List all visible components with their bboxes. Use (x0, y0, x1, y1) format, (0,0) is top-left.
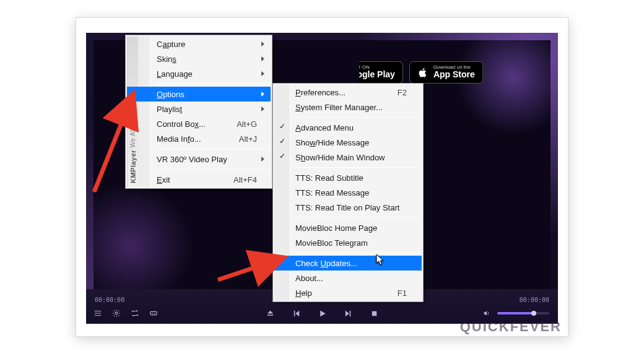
menu-item[interactable]: Playlist (127, 102, 271, 116)
menu-item[interactable]: Capture (127, 37, 271, 51)
menu-item[interactable]: Show/Hide Message (274, 135, 422, 150)
settings-icon[interactable] (110, 306, 123, 320)
menu-item-label: Language (157, 69, 193, 79)
menu-item-label: Help (295, 288, 312, 298)
menu-item[interactable]: Advanced Menu (274, 120, 422, 135)
menu-item[interactable]: TTS: Read Message (274, 185, 422, 200)
prev-icon[interactable] (289, 306, 303, 320)
menu-item-label: Skins (157, 54, 176, 64)
elapsed-time: 00:00:00 (95, 297, 124, 303)
menu-separator (293, 167, 420, 168)
menu-item-label: Media Info... (157, 134, 201, 144)
menu-item[interactable]: VR 360º Video Play (127, 152, 271, 167)
svg-rect-1 (150, 311, 157, 314)
menu-item[interactable]: MovieBloc Home Page (274, 220, 422, 235)
menu-item-label: Check Updates... (295, 259, 357, 268)
play-icon[interactable] (315, 306, 329, 320)
menu-separator (293, 217, 420, 218)
menu-item-label: Exit (157, 175, 170, 184)
svg-rect-4 (372, 311, 376, 316)
menu-item[interactable]: About... (274, 271, 422, 285)
menu-shortcut: Alt+G (237, 119, 257, 129)
context-menu-main[interactable]: KMPlayer We All Enjoy ! CaptureSkinsLang… (125, 35, 272, 189)
menu-icon[interactable] (91, 306, 105, 320)
menu-item-label: MovieBloc Home Page (295, 223, 377, 233)
menu-item[interactable]: HelpF1 (274, 285, 422, 300)
menu-item-label: Playlist (157, 105, 182, 114)
volume-icon[interactable] (480, 306, 494, 320)
volume-slider[interactable] (497, 312, 549, 314)
svg-point-3 (154, 313, 155, 314)
eject-icon[interactable] (263, 306, 277, 320)
menu-item[interactable]: Skins (127, 51, 271, 66)
menu-item[interactable]: Show/Hide Main Window (274, 150, 422, 165)
context-menu-options[interactable]: Preferences...F2System Filter Manager...… (272, 83, 424, 302)
total-time: 00:00:00 (520, 297, 549, 303)
menu-item-label: Preferences... (295, 88, 346, 97)
menu-item[interactable]: ExitAlt+F4 (127, 172, 271, 187)
menu-shortcut: Alt+F4 (233, 175, 257, 184)
menu-item-label: About... (295, 274, 323, 283)
menu-item[interactable]: Control Box...Alt+G (127, 116, 271, 131)
repeat-icon[interactable] (128, 306, 142, 320)
menu-item-label: Show/Hide Message (295, 138, 369, 147)
menu-shortcut: F1 (398, 288, 407, 298)
vr-icon[interactable] (147, 306, 160, 320)
menu-item[interactable]: Language (127, 66, 271, 81)
menu-item-label: Advanced Menu (295, 123, 354, 132)
menu-separator (293, 117, 420, 118)
menu-separator (154, 84, 269, 84)
menu-item-label: Options (157, 90, 185, 99)
menu-item-label: TTS: Read Message (295, 188, 369, 197)
menu-item-label: System Filter Manager... (295, 103, 383, 112)
menu-item-label: Capture (157, 40, 185, 49)
menu-item-label: VR 360º Video Play (157, 155, 227, 164)
menu-item-label: MovieBloc Telegram (295, 238, 368, 248)
menu-shortcut: F2 (398, 88, 407, 97)
google-play-badge: GET IT ON Google Play (321, 61, 403, 84)
next-icon[interactable] (341, 306, 355, 320)
menu-separator (293, 253, 420, 253)
svg-point-2 (152, 313, 153, 314)
apple-icon (417, 67, 429, 78)
google-play-icon (329, 67, 340, 78)
menu-item-label: TTS: Read Subtitle (295, 173, 363, 183)
menu-separator (154, 169, 269, 170)
menu-item-label: TTS: Read Title on Play Start (295, 203, 399, 212)
menu-shortcut: Alt+J (239, 134, 257, 144)
menu-item[interactable]: Preferences...F2 (274, 85, 422, 100)
menu-item[interactable]: Options (127, 87, 271, 102)
menu-item[interactable]: TTS: Read Subtitle (274, 170, 422, 185)
menu-item[interactable]: Media Info...Alt+J (127, 131, 271, 146)
menu-item[interactable]: System Filter Manager... (274, 100, 422, 115)
menu-item-label: Show/Hide Main Window (295, 153, 385, 162)
menu-item-label: Control Box... (157, 119, 206, 129)
menu-item[interactable]: Check Updates... (274, 256, 422, 271)
menu-item[interactable]: MovieBloc Telegram (274, 235, 422, 250)
svg-point-0 (115, 312, 118, 314)
stop-icon[interactable] (367, 306, 381, 320)
menu-separator (154, 149, 269, 149)
menu-item[interactable]: TTS: Read Title on Play Start (274, 200, 422, 215)
